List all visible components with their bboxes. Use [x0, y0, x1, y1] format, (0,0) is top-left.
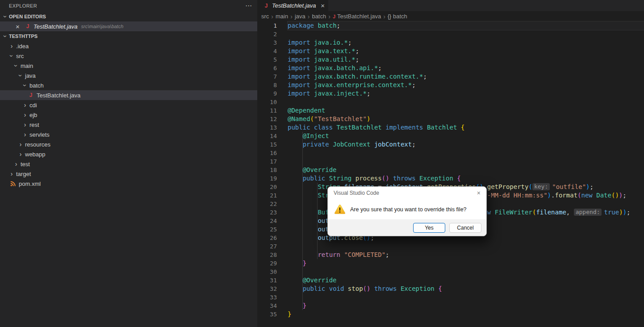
tree-item-label: resources: [25, 141, 50, 148]
code-token: javax.enterprise.context.*: [314, 81, 412, 88]
sidebar-item-batch[interactable]: ›batch: [0, 80, 257, 90]
code-token: import: [288, 56, 310, 63]
indent-guide: [303, 242, 318, 251]
code-token: (): [363, 285, 371, 292]
line-number: 27: [257, 242, 277, 251]
sidebar-item-ejb[interactable]: ›ejb: [0, 110, 257, 120]
dialog-close-icon[interactable]: ×: [477, 189, 481, 197]
breadcrumb-item-java[interactable]: java: [295, 13, 305, 20]
sidebar-item-target[interactable]: ›target: [0, 169, 257, 179]
line-number: 1: [257, 21, 277, 30]
code-token: import: [288, 81, 310, 88]
breadcrumb-item-main[interactable]: main: [276, 13, 288, 20]
code-token: new: [581, 192, 593, 199]
yes-button[interactable]: Yes: [413, 223, 445, 233]
code-line: 8import javax.enterprise.context.*;: [257, 81, 644, 89]
editor-group: J TestBatchlet.java × src›main›java›batc…: [257, 0, 644, 327]
breadcrumb-item-testbatchlet-java[interactable]: JTestBatchlet.java: [333, 13, 381, 20]
code-token: [370, 141, 374, 148]
code-token: [351, 175, 355, 182]
line-number: 14: [257, 132, 277, 140]
breadcrumb-item-batch[interactable]: {}batch: [388, 13, 407, 20]
line-number: 31: [257, 276, 277, 285]
code-line: 15private JobContext jobContext;: [257, 140, 644, 149]
code-token: [325, 175, 329, 182]
sidebar-item-rest[interactable]: ›rest: [0, 120, 257, 130]
more-actions-icon[interactable]: ⋯: [245, 2, 252, 10]
sidebar-item-servlets[interactable]: ›servlets: [0, 130, 257, 139]
line-number: 6: [257, 64, 277, 72]
open-editors-section-header[interactable]: › OPEN EDITORS: [0, 12, 257, 21]
java-icon: J: [27, 92, 34, 98]
code-token: ,: [566, 209, 570, 216]
indent-guide: [288, 132, 303, 140]
code-token: @Dependent: [288, 107, 325, 114]
line-number: 5: [257, 55, 277, 64]
code-line: 11@Dependent: [257, 106, 644, 115]
chevron-right-icon: ›: [17, 141, 24, 148]
line-number: 2: [257, 30, 277, 38]
sidebar-item-test[interactable]: ›test: [0, 159, 257, 169]
code-line-content: @Inject: [288, 132, 644, 140]
code-token: @Override: [303, 277, 337, 284]
indent-guide: [288, 225, 303, 234]
tree-item-label: java: [25, 72, 36, 79]
code-line: 35}: [257, 310, 644, 319]
open-editor-item-testbatchlet-java[interactable]: ×JTestBatchlet.javasrc\main\java\batch: [0, 21, 257, 31]
code-line-content: [288, 268, 644, 276]
code-token: [370, 285, 374, 292]
code-token: [310, 39, 314, 46]
indent-guide: [303, 217, 318, 225]
code-token: [435, 285, 438, 292]
indent-guide: [288, 242, 303, 251]
code-token: Exception: [401, 285, 435, 292]
breadcrumb-item-batch[interactable]: batch: [312, 13, 326, 20]
code-line-content: [288, 242, 644, 251]
sidebar-item-resources[interactable]: ›resources: [0, 139, 257, 149]
sidebar-item-main[interactable]: ›main: [0, 61, 257, 71]
line-number: 15: [257, 140, 277, 149]
breadcrumb: src›main›java›batch›JTestBatchlet.java›{…: [257, 11, 644, 21]
code-token: ;: [337, 22, 340, 29]
line-number: 3: [257, 38, 277, 47]
indent-guide: [288, 251, 303, 259]
code-token: public: [303, 285, 326, 292]
code-token: ;: [367, 90, 370, 97]
sidebar-item-java[interactable]: ›java: [0, 71, 257, 80]
line-number: 29: [257, 259, 277, 268]
code-token: [310, 73, 314, 80]
tab-close-icon[interactable]: ×: [321, 2, 325, 9]
sidebar-item-testbatchlet-java[interactable]: JTestBatchlet.java: [0, 90, 257, 100]
code-token: }: [303, 260, 306, 267]
tab-testbatchlet[interactable]: J TestBatchlet.java ×: [257, 0, 328, 11]
code-line: 10: [257, 98, 644, 106]
open-editor-filename: TestBatchlet.java: [33, 23, 78, 30]
code-line: 34}: [257, 302, 644, 310]
code-line: 12@Named("TestBatchlet"): [257, 115, 644, 123]
line-number: 32: [257, 285, 277, 293]
code-line-content: return "COMPLETED";: [288, 251, 644, 259]
code-editor[interactable]: 1package batch;23import java.io.*;4impor…: [257, 21, 644, 319]
sidebar-item-src[interactable]: ›src: [0, 51, 257, 61]
code-line: 4import java.text.*;: [257, 47, 644, 55]
code-token: String: [329, 175, 352, 182]
code-line: 27: [257, 242, 644, 251]
sidebar-item-idea[interactable]: ›.idea: [0, 41, 257, 51]
sidebar-item-cdi[interactable]: ›cdi: [0, 100, 257, 110]
project-section-header[interactable]: › TESTHTTPS: [0, 31, 257, 41]
sidebar-item-pom-xml[interactable]: pom.xml: [0, 179, 257, 189]
xml-icon: [9, 181, 17, 187]
close-editor-icon[interactable]: ×: [16, 23, 23, 30]
chevron-right-icon: ›: [8, 170, 15, 177]
sidebar-item-webapp[interactable]: ›webapp: [0, 149, 257, 159]
breadcrumb-item-src[interactable]: src: [261, 13, 269, 20]
code-line: 30: [257, 268, 644, 276]
code-line-content: @Override: [288, 166, 644, 174]
cancel-button[interactable]: Cancel: [449, 223, 481, 233]
code-token: import: [288, 73, 310, 80]
line-number: 8: [257, 81, 277, 89]
code-token: [491, 209, 494, 216]
code-token: [457, 124, 460, 131]
code-line-content: import javax.inject.*;: [288, 89, 644, 98]
line-number: 28: [257, 251, 277, 259]
